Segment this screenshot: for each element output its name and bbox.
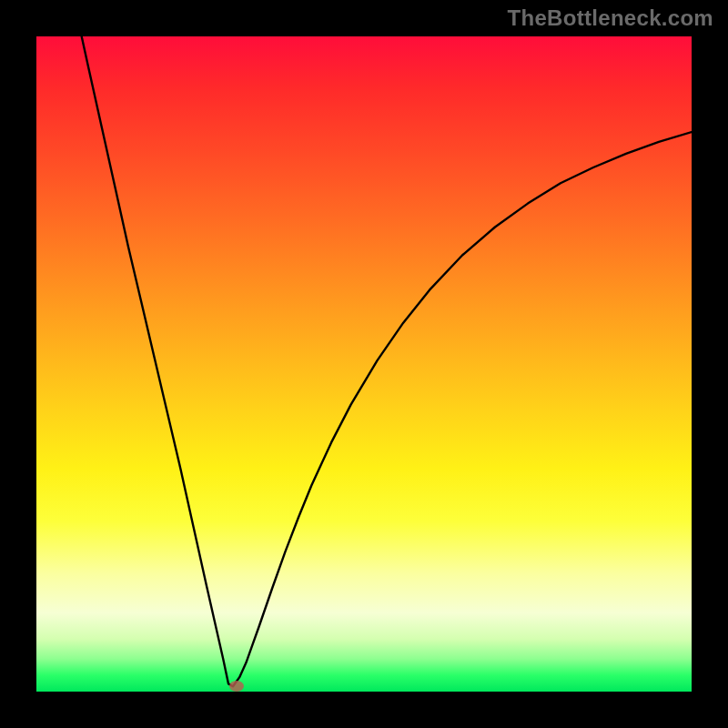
bottleneck-curve — [82, 36, 692, 686]
plot-area — [36, 36, 692, 692]
watermark-text: TheBottleneck.com — [508, 5, 713, 31]
curve-svg — [36, 36, 692, 692]
chart-container: TheBottleneck.com — [0, 0, 728, 728]
selected-point-marker — [229, 681, 244, 692]
